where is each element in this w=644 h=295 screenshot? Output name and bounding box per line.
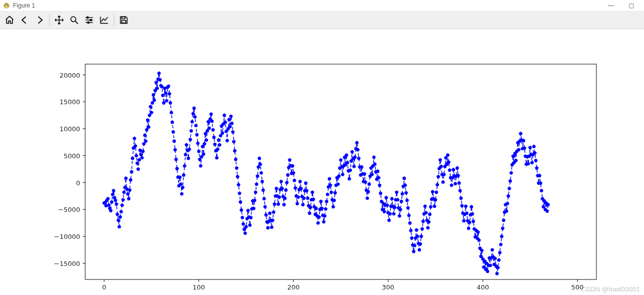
subplots-button[interactable] <box>82 13 97 27</box>
window-titlebar: Figure 1 — ▢ <box>0 0 644 11</box>
arrow-right-icon <box>35 15 45 25</box>
maximize-button[interactable]: ▢ <box>621 0 641 11</box>
chart-line-icon <box>99 15 109 25</box>
svg-text:10000: 10000 <box>60 125 80 133</box>
toolbar-separator <box>114 14 114 26</box>
save-icon <box>119 15 129 25</box>
svg-rect-5 <box>122 17 125 19</box>
sliders-icon <box>84 15 94 25</box>
svg-text:20000: 20000 <box>60 72 80 79</box>
window-title: Figure 1 <box>13 2 35 9</box>
svg-text:5000: 5000 <box>64 152 80 160</box>
forward-button[interactable] <box>32 13 47 27</box>
toolbar-separator <box>49 14 50 26</box>
svg-text:100: 100 <box>192 283 205 291</box>
svg-text:0: 0 <box>102 283 106 291</box>
svg-text:200: 200 <box>287 283 300 291</box>
home-button[interactable] <box>2 13 17 27</box>
move-icon <box>54 15 64 25</box>
svg-rect-6 <box>122 21 126 23</box>
axes-button[interactable] <box>97 13 112 27</box>
svg-text:−5000: −5000 <box>58 206 80 213</box>
svg-text:−15000: −15000 <box>54 260 80 267</box>
pan-button[interactable] <box>52 13 67 27</box>
svg-point-3 <box>90 19 92 21</box>
svg-text:400: 400 <box>477 283 489 291</box>
svg-point-1 <box>71 17 76 22</box>
zoom-button[interactable] <box>67 13 82 27</box>
home-icon <box>5 15 15 25</box>
minimize-button[interactable]: — <box>601 0 621 11</box>
svg-text:15000: 15000 <box>60 98 80 106</box>
svg-point-4 <box>88 22 89 23</box>
save-button[interactable] <box>116 13 131 27</box>
app-icon <box>3 2 10 9</box>
svg-text:−10000: −10000 <box>54 233 80 240</box>
svg-text:0: 0 <box>76 179 80 187</box>
mpl-toolbar <box>0 11 644 29</box>
svg-text:300: 300 <box>382 283 394 291</box>
svg-point-2 <box>87 17 88 18</box>
figure-canvas[interactable]: 0100200300400500−15000−10000−50000500010… <box>0 29 644 295</box>
arrow-left-icon <box>20 15 30 25</box>
zoom-icon <box>69 15 79 25</box>
back-button[interactable] <box>17 13 32 27</box>
svg-text:500: 500 <box>571 283 584 291</box>
